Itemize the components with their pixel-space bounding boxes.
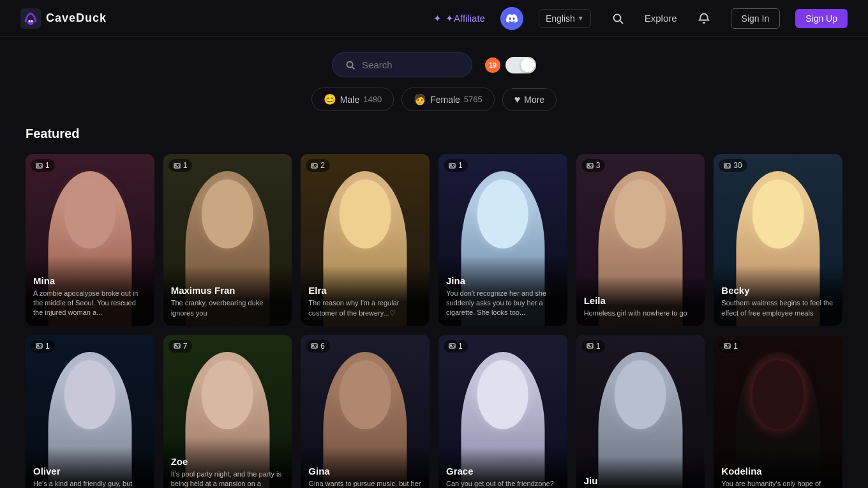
card-desc-mina: A zombie apocalypse broke out in the mid…: [33, 289, 147, 318]
featured-row-2: 1 Oliver He's a kind and friendly guy, b…: [26, 335, 842, 488]
card-overlay-maximus: Maximus Fran The cranky, overbearing duk…: [163, 266, 292, 326]
card-overlay-elra: Elra The reason why I'm a regular custom…: [301, 266, 430, 326]
image-icon: [449, 162, 456, 169]
card-mina[interactable]: 1 Mina A zombie apocalypse broke out in …: [26, 154, 154, 326]
card-leila[interactable]: 3 Leila Homeless girl with nowhere to go: [576, 154, 705, 326]
card-desc-gina2: Gina wants to pursue music, but her fina…: [308, 479, 422, 488]
search-bar-icon: [345, 60, 355, 70]
featured-title: Featured: [26, 126, 842, 141]
discord-button[interactable]: [500, 7, 523, 30]
card-name-becky: Becky: [721, 285, 835, 296]
male-icon: 😊: [324, 93, 336, 105]
female-icon: 🧑: [414, 93, 426, 105]
explore-link[interactable]: Explore: [645, 13, 677, 24]
card-desc-zoe: It's pool party night, and the party is …: [171, 469, 285, 488]
card-zoe[interactable]: 7 Zoe It's pool party night, and the par…: [163, 335, 292, 488]
image-icon: [449, 342, 456, 349]
image-icon: [36, 342, 43, 349]
card-jina[interactable]: 1 Jina You don't recognize her and she s…: [438, 154, 567, 326]
card-name-kodelina: Kodelina: [721, 466, 835, 477]
card-image-count-maximus: 1: [168, 159, 193, 172]
affiliate-star-icon: ✦: [433, 13, 442, 24]
language-selector[interactable]: English ▼: [539, 9, 591, 28]
featured-row-1: 1 Mina A zombie apocalypse broke out in …: [26, 154, 842, 326]
age-toggle-switch[interactable]: [505, 57, 536, 73]
card-name-mina: Mina: [33, 275, 147, 286]
search-icon: [612, 13, 624, 24]
card-kodelina[interactable]: 1 Kodelina You are humanity's only hope …: [714, 335, 842, 488]
card-image-count-mina: 1: [31, 159, 55, 172]
main-content: Featured 1 Mina A zombie apocalypse brok…: [0, 121, 868, 488]
logo-icon: [20, 8, 41, 29]
filter-pills: 😊 Male 1480 🧑 Female 5765 ♥ More: [311, 88, 557, 111]
header-nav: ✦ ✦Affiliate English ▼ Explore Sign In: [433, 7, 848, 30]
card-desc-grace: Can you get out of the friendzone? lol: [446, 479, 560, 488]
card-grace[interactable]: 1 Grace Can you get out of the friendzon…: [438, 335, 567, 488]
header-search-button[interactable]: [606, 7, 629, 30]
card-jiu[interactable]: 1 Jiu Pure, Introverted Man: [576, 335, 705, 488]
sign-up-button[interactable]: Sign Up: [795, 9, 848, 28]
image-icon: [724, 162, 731, 169]
card-overlay-gina2: Gina Gina wants to pursue music, but her…: [301, 446, 430, 488]
search-area: 19 😊 Male 1480 🧑 Female 5765 ♥ More: [0, 37, 868, 121]
filter-male-button[interactable]: 😊 Male 1480: [311, 88, 394, 111]
affiliate-link[interactable]: ✦ ✦Affiliate: [433, 13, 485, 24]
card-image-count-elra: 2: [306, 159, 330, 172]
card-overlay-becky: Becky Southern waitress begins to feel t…: [714, 266, 842, 326]
card-overlay-oliver: Oliver He's a kind and friendly guy, but…: [26, 446, 154, 488]
card-overlay-zoe: Zoe It's pool party night, and the party…: [163, 437, 292, 488]
card-desc-jina: You don't recognize her and she suddenly…: [446, 289, 560, 318]
image-icon: [174, 342, 181, 349]
card-name-maximus: Maximus Fran: [171, 285, 285, 296]
card-image-count-leila: 3: [581, 159, 606, 172]
svg-line-7: [352, 67, 355, 70]
more-icon: ♥: [514, 94, 521, 105]
bell-icon: [698, 13, 710, 24]
card-image-count-oliver: 1: [31, 340, 55, 353]
toggle-knob: [521, 58, 535, 72]
image-icon: [36, 162, 43, 169]
female-label: Female: [430, 95, 460, 105]
notification-button[interactable]: [692, 7, 715, 30]
sign-in-button[interactable]: Sign In: [731, 8, 781, 29]
card-becky[interactable]: 30 Becky Southern waitress begins to fee…: [714, 154, 842, 326]
svg-rect-0: [20, 8, 41, 29]
card-desc-elra: The reason why I'm a regular customer of…: [308, 298, 422, 318]
card-name-elra: Elra: [308, 285, 422, 296]
filter-more-button[interactable]: ♥ More: [502, 88, 557, 111]
card-image-count-zoe: 7: [168, 340, 193, 353]
card-image-count-jiu: 1: [581, 340, 606, 353]
age-badge: 19: [485, 57, 500, 73]
card-name-oliver: Oliver: [33, 466, 147, 477]
card-image-count-kodelina: 1: [719, 340, 743, 353]
card-overlay-grace: Grace Can you get out of the friendzone?…: [438, 446, 567, 488]
logo[interactable]: CaveDuck: [20, 8, 107, 29]
card-image-count-gina2: 6: [306, 340, 330, 353]
svg-point-2: [29, 20, 31, 22]
card-name-jina: Jina: [446, 275, 560, 286]
card-name-zoe: Zoe: [171, 456, 285, 467]
image-icon: [311, 342, 318, 349]
svg-point-1: [27, 20, 34, 25]
card-gina2[interactable]: 6 Gina Gina wants to pursue music, but h…: [301, 335, 430, 488]
svg-point-3: [31, 20, 33, 22]
header: CaveDuck ✦ ✦Affiliate English ▼ Explore: [0, 0, 868, 37]
card-name-jiu: Jiu: [584, 475, 698, 486]
card-image-count-becky: 30: [719, 159, 747, 172]
card-overlay-jina: Jina You don't recognize her and she sud…: [438, 256, 567, 326]
filter-female-button[interactable]: 🧑 Female 5765: [401, 88, 495, 111]
search-input[interactable]: [362, 59, 451, 70]
image-icon: [174, 162, 181, 169]
card-elra[interactable]: 2 Elra The reason why I'm a regular cust…: [301, 154, 430, 326]
card-image-count-jina: 1: [444, 159, 468, 172]
search-bar[interactable]: [332, 52, 472, 77]
card-desc-maximus: The cranky, overbearing duke ignores you: [171, 298, 285, 318]
discord-icon: [506, 14, 518, 23]
card-desc-kodelina: You are humanity's only hope of killing …: [721, 479, 835, 488]
card-oliver[interactable]: 1 Oliver He's a kind and friendly guy, b…: [26, 335, 154, 488]
card-overlay-mina: Mina A zombie apocalypse broke out in th…: [26, 256, 154, 326]
more-label: More: [524, 95, 544, 105]
card-name-leila: Leila: [584, 295, 698, 306]
card-maximus[interactable]: 1 Maximus Fran The cranky, overbearing d…: [163, 154, 292, 326]
card-image-count-grace: 1: [444, 340, 468, 353]
